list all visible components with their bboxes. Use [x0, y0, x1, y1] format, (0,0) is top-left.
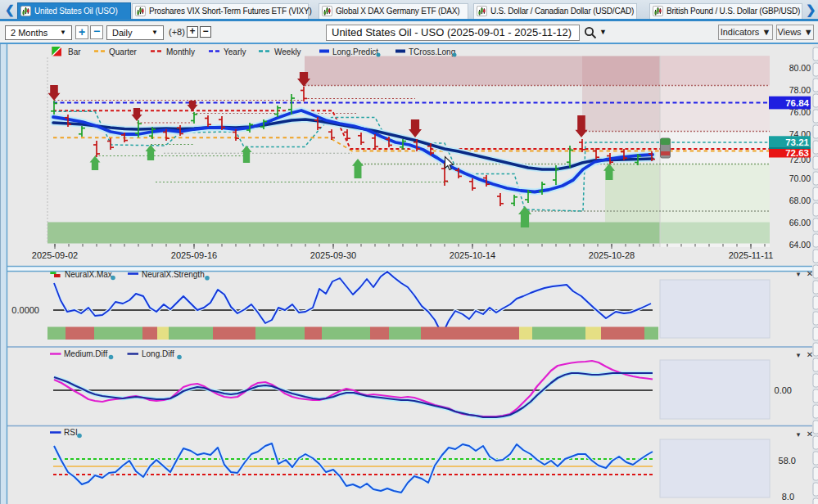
svg-text:80.00: 80.00: [789, 63, 811, 73]
svg-text:0.0000: 0.0000: [11, 305, 39, 315]
svg-text:Weekly: Weekly: [274, 47, 301, 56]
svg-text:Monthly: Monthly: [166, 47, 195, 56]
svg-text:Long.Predict: Long.Predict: [332, 47, 378, 56]
svg-text:Quarter: Quarter: [109, 47, 138, 56]
svg-text:RSI: RSI: [64, 428, 78, 437]
svg-text:64.00: 64.00: [789, 240, 811, 250]
svg-text:Yearly: Yearly: [224, 47, 246, 56]
svg-text:TCross.Long: TCross.Long: [409, 47, 455, 56]
svg-text:✕: ✕: [807, 430, 813, 439]
svg-text:2025-09-02: 2025-09-02: [32, 250, 78, 260]
svg-text:2025-10-14: 2025-10-14: [450, 250, 495, 260]
svg-text:66.00: 66.00: [789, 218, 811, 227]
svg-text:68.00: 68.00: [789, 196, 811, 205]
svg-text:2025-09-16: 2025-09-16: [171, 250, 217, 260]
svg-text:Medium.Diff: Medium.Diff: [64, 349, 107, 358]
svg-text:72.63: 72.63: [785, 148, 809, 158]
svg-text:▾: ▾: [797, 351, 801, 359]
svg-text:Bar: Bar: [68, 47, 81, 56]
svg-text:0.00: 0.00: [775, 385, 792, 395]
svg-text:✕: ✕: [807, 269, 813, 278]
svg-text:2025-11-11: 2025-11-11: [729, 250, 774, 260]
svg-text:▾: ▾: [797, 270, 801, 278]
svg-text:8.0: 8.0: [782, 492, 794, 502]
svg-text:2025-09-30: 2025-09-30: [310, 250, 356, 260]
svg-text:78.00: 78.00: [789, 85, 811, 95]
svg-text:Long.Diff: Long.Diff: [142, 349, 174, 358]
svg-text:2025-10-28: 2025-10-28: [589, 250, 635, 260]
svg-text:✕: ✕: [807, 350, 813, 359]
svg-text:58.0: 58.0: [779, 456, 796, 466]
svg-text:▾: ▾: [797, 430, 801, 439]
svg-text:73.21: 73.21: [785, 137, 809, 147]
svg-text:76.84: 76.84: [785, 98, 809, 108]
svg-text:NeuralX.Strength: NeuralX.Strength: [142, 270, 205, 279]
svg-text:NeuralX.Max: NeuralX.Max: [65, 270, 112, 279]
svg-text:70.00: 70.00: [789, 173, 811, 183]
